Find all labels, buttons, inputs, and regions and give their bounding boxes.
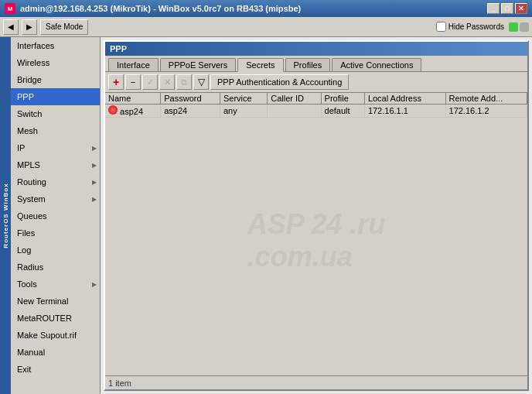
cell-name: asp24 xyxy=(105,104,161,118)
sidebar-item-new-terminal[interactable]: New Terminal xyxy=(11,293,100,310)
col-profile[interactable]: Profile xyxy=(321,93,364,104)
content-area: PPP Interface PPPoE Servers Secrets Prof… xyxy=(101,37,532,394)
hide-passwords-checkbox[interactable] xyxy=(436,22,446,32)
sidebar-item-system[interactable]: System ▶ xyxy=(11,190,100,207)
col-service[interactable]: Service xyxy=(220,93,267,104)
ppp-status-icon xyxy=(108,105,118,115)
tab-profiles[interactable]: Profiles xyxy=(285,58,331,71)
tab-secrets[interactable]: Secrets xyxy=(237,58,283,72)
cell-password: asp24 xyxy=(161,104,220,118)
close-button[interactable]: ✕ xyxy=(515,3,527,14)
filter-button[interactable]: ▽ xyxy=(193,74,209,90)
sidebar-item-routing[interactable]: Routing ▶ xyxy=(11,173,100,190)
sidebar-item-mpls[interactable]: MPLS ▶ xyxy=(11,156,100,173)
cell-remote-address: 172.16.1.2 xyxy=(445,104,527,118)
hide-passwords-option: Hide Passwords xyxy=(436,22,504,32)
sidebar-item-make-supout[interactable]: Make Supout.rif xyxy=(11,327,100,344)
forward-button[interactable]: ▶ xyxy=(22,19,37,35)
enable-button[interactable]: ✓ xyxy=(142,74,158,90)
chevron-right-icon: ▶ xyxy=(92,196,97,203)
ppp-title: PPP xyxy=(105,42,527,56)
tab-content: + − ✓ ✕ ⧉ ▽ PPP Authentication & Account… xyxy=(105,71,527,389)
col-local-address[interactable]: Local Address xyxy=(364,93,445,104)
safe-mode-button[interactable]: Safe Mode xyxy=(40,19,88,35)
sidebar-item-radius[interactable]: Radius xyxy=(11,259,100,276)
sidebar-item-ppp[interactable]: PPP xyxy=(11,88,100,105)
cell-profile: default xyxy=(321,104,364,118)
back-button[interactable]: ◀ xyxy=(3,19,19,35)
sidebar-item-bridge[interactable]: Bridge xyxy=(11,71,100,88)
col-remote-address[interactable]: Remote Add... xyxy=(445,93,527,104)
sidebar-item-tools[interactable]: Tools ▶ xyxy=(11,276,100,293)
cell-caller-id xyxy=(268,104,321,118)
sidebar-item-queues[interactable]: Queues xyxy=(11,207,100,224)
routeros-label: RouterOS WinBox xyxy=(0,37,11,394)
status-bar: 1 item xyxy=(105,375,527,389)
tab-active-connections[interactable]: Active Connections xyxy=(332,58,421,71)
sidebar: RouterOS WinBox Interfaces Wireless Brid… xyxy=(0,37,101,394)
chevron-right-icon: ▶ xyxy=(92,281,97,288)
sidebar-item-metarouter[interactable]: MetaROUTER xyxy=(11,310,100,327)
remove-button[interactable]: − xyxy=(125,74,141,90)
disable-button[interactable]: ✕ xyxy=(159,74,175,90)
col-password[interactable]: Password xyxy=(161,93,220,104)
status-light-green xyxy=(509,22,518,32)
tab-pppoe-servers[interactable]: PPPoE Servers xyxy=(160,58,236,71)
app-icon: M xyxy=(5,3,15,14)
tab-bar: Interface PPPoE Servers Secrets Profiles… xyxy=(105,56,527,71)
watermark: ASP 24 .ru.com.ua xyxy=(247,208,386,273)
sidebar-item-wireless[interactable]: Wireless xyxy=(11,54,100,71)
chevron-right-icon: ▶ xyxy=(92,145,97,152)
sidebar-item-switch[interactable]: Switch xyxy=(11,105,100,122)
col-caller-id[interactable]: Caller ID xyxy=(268,93,321,104)
sidebar-item-mesh[interactable]: Mesh xyxy=(11,122,100,139)
main-toolbar: ◀ ▶ Safe Mode Hide Passwords xyxy=(0,17,532,37)
ppp-toolbar: + − ✓ ✕ ⧉ ▽ PPP Authentication & Account… xyxy=(105,72,527,93)
copy-button[interactable]: ⧉ xyxy=(176,74,192,90)
secrets-table-container: ASP 24 .ru.com.ua Name Password Service … xyxy=(105,93,527,375)
col-name[interactable]: Name xyxy=(105,93,161,104)
sidebar-item-log[interactable]: Log xyxy=(11,242,100,259)
add-button[interactable]: + xyxy=(108,74,124,90)
window-title: admin@192.168.4.253 (MikroTik) - WinBox … xyxy=(20,4,301,13)
status-light-gray xyxy=(520,22,529,32)
minimize-button[interactable]: _ xyxy=(487,3,500,14)
cell-local-address: 172.16.1.1 xyxy=(364,104,445,118)
auth-accounting-button[interactable]: PPP Authentication & Accounting xyxy=(210,74,349,90)
ppp-window: PPP Interface PPPoE Servers Secrets Prof… xyxy=(104,40,529,391)
chevron-right-icon: ▶ xyxy=(92,179,97,186)
chevron-right-icon: ▶ xyxy=(92,162,97,169)
cell-service: any xyxy=(220,104,267,118)
sidebar-item-manual[interactable]: Manual xyxy=(11,344,100,361)
sidebar-item-exit[interactable]: Exit xyxy=(11,361,100,378)
tab-interface[interactable]: Interface xyxy=(108,58,159,71)
sidebar-item-ip[interactable]: IP ▶ xyxy=(11,139,100,156)
table-row[interactable]: asp24 asp24 any default 172.16.1.1 172.1… xyxy=(105,104,527,118)
sidebar-item-interfaces[interactable]: Interfaces xyxy=(11,37,100,54)
secrets-table: Name Password Service Caller ID Profile … xyxy=(105,93,527,118)
title-bar: M admin@192.168.4.253 (MikroTik) - WinBo… xyxy=(0,0,532,17)
sidebar-item-files[interactable]: Files xyxy=(11,224,100,242)
maximize-button[interactable]: □ xyxy=(501,3,513,14)
item-count: 1 item xyxy=(108,379,131,388)
